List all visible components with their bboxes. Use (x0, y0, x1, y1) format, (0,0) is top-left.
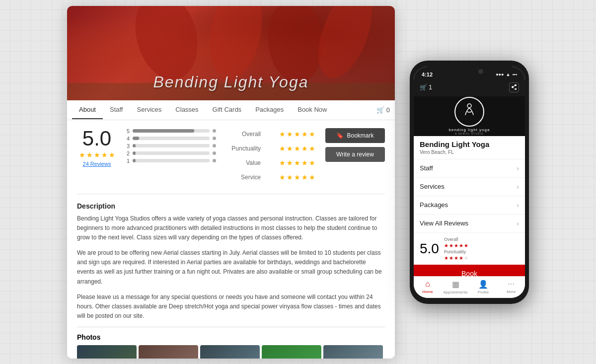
bar-label-5: 5 (127, 128, 130, 134)
phone-menu-services[interactable]: Services › (414, 177, 525, 196)
nav-bar: About Staff Services Classes Gift Cards … (67, 100, 395, 120)
photo-more-button[interactable]: + 8 more (323, 345, 383, 358)
dr-overall-label: Overall (226, 131, 261, 138)
phone-menu-packages[interactable]: Packages › (414, 196, 525, 214)
signal-icon: ●●● (496, 72, 504, 77)
phone-nav-profile-label: Profile (478, 290, 489, 294)
more-icon: ··· (508, 280, 514, 289)
bar-row-2: 2 (127, 150, 216, 156)
bar-fill-3 (133, 144, 136, 147)
rating-number: 5.0 (77, 128, 117, 149)
phone-book-button[interactable]: Book (414, 265, 525, 276)
phone-services-label: Services (420, 183, 445, 190)
dot-2 (213, 151, 216, 155)
phone-nav-more[interactable]: ··· More (499, 280, 523, 296)
tab-services[interactable]: Services (130, 101, 169, 119)
bar-fill-4 (133, 137, 139, 140)
photo-4[interactable] (262, 345, 321, 358)
star-1: ★ (79, 151, 85, 159)
bar-fill-1 (133, 159, 136, 162)
action-buttons: 🔖 Bookmark Write a review (325, 128, 385, 162)
tab-classes[interactable]: Classes (168, 101, 205, 119)
phone-rating-area: 5.0 Overall ★ ★ ★ ★ ★ Punctuality ★ ★ ★ (414, 232, 525, 265)
photos-section: Photos + 8 more (77, 333, 385, 358)
photo-3[interactable] (200, 345, 260, 358)
dr-value-stars: ★★★★★ (279, 159, 315, 167)
phone-nav-appointments[interactable]: ▦ Appointments (443, 280, 468, 296)
phone-screen: 4:12 ●●● ▲ ▪▪▪ 🛒 1 (414, 67, 525, 298)
share-icon[interactable] (509, 82, 519, 92)
tab-about[interactable]: About (72, 101, 103, 119)
phone-punctuality-label: Punctuality (444, 249, 468, 254)
photo-2[interactable] (139, 345, 198, 358)
phone-notch (449, 67, 489, 77)
dr-punctuality-stars: ★★★★★ (279, 145, 315, 152)
phone-logo-circle (454, 97, 484, 127)
phone-time: 4:12 (422, 72, 433, 77)
calendar-icon: ▦ (452, 280, 459, 289)
cart-area[interactable]: 🛒 0 (376, 106, 390, 114)
bar-label-2: 2 (127, 150, 130, 156)
packages-chevron: › (517, 201, 519, 209)
dot-4 (213, 137, 216, 140)
bookmark-button[interactable]: 🔖 Bookmark (325, 128, 385, 143)
phone-header: 🛒 1 (414, 80, 525, 96)
photo-1[interactable] (77, 345, 137, 358)
tab-staff[interactable]: Staff (103, 101, 130, 119)
dr-overall: Overall ★★★★★ (226, 128, 315, 140)
phone-punctuality-stars: ★ ★ ★ ★ ★ (444, 255, 468, 261)
review-count-link[interactable]: 24 Reviews (77, 161, 117, 167)
description-para-3: Please leave us a message for any specia… (77, 292, 385, 321)
bookmark-label: Bookmark (347, 132, 373, 139)
divider (77, 327, 385, 327)
content-area: 5.0 ★ ★ ★ ★ ★ 24 Reviews 5 4 (67, 120, 395, 359)
cart-count: 0 (386, 106, 390, 114)
bar-label-1: 1 (127, 158, 130, 164)
phone-packages-label: Packages (420, 201, 448, 209)
tab-book-now[interactable]: Book Now (291, 101, 334, 119)
bar-bg-3 (133, 144, 210, 147)
tab-gift-cards[interactable]: Gift Cards (206, 101, 249, 119)
phone-camera (478, 69, 483, 74)
phone-nav-home[interactable]: ⌂ Home (415, 280, 440, 296)
dr-value-label: Value (226, 159, 261, 166)
phone-status-icons: ●●● ▲ ▪▪▪ (496, 72, 517, 77)
svg-point-5 (467, 104, 471, 108)
description-para-1: Bending Light Yoga Studios offers a wide… (77, 214, 385, 243)
bar-row-4: 4 (127, 136, 216, 142)
dr-overall-stars: ★★★★★ (279, 130, 315, 138)
phone-menu-reviews[interactable]: View All Reviews › (414, 214, 525, 232)
phone-nav-profile[interactable]: 👤 Profile (471, 280, 496, 296)
mobile-cart-count: 1 (429, 84, 432, 91)
write-review-button[interactable]: Write a review (325, 147, 385, 162)
bar-row-5: 5 (127, 128, 216, 134)
bar-fill-2 (133, 151, 136, 155)
bar-bg-2 (133, 151, 210, 155)
phone-menu-staff[interactable]: Staff › (414, 159, 525, 177)
description-section: Description Bending Light Yoga Studios o… (77, 202, 385, 321)
phone-nav-appointments-label: Appointments (444, 290, 468, 294)
nav-tabs: About Staff Services Classes Gift Cards … (72, 101, 376, 119)
phone-nav-home-label: Home (422, 290, 433, 294)
services-chevron: › (517, 183, 519, 191)
ratings-row: 5.0 ★ ★ ★ ★ ★ 24 Reviews 5 4 (77, 128, 385, 194)
bar-row-3: 3 (127, 143, 216, 149)
bookmark-icon: 🔖 (336, 132, 344, 139)
dr-value: Value ★★★★★ (226, 157, 315, 169)
rating-bars: 5 4 3 2 (127, 128, 216, 165)
phone-overall-stars: ★ ★ ★ ★ ★ (444, 243, 468, 248)
dr-punctuality-label: Punctuality (226, 145, 261, 152)
phone-reviews-label: View All Reviews (420, 219, 468, 227)
cart-icon-mobile[interactable]: 🛒 1 (420, 84, 432, 91)
hero-image: Bending Light Yoga (67, 6, 395, 100)
phone-logo-area: bending light yoga & aerial studio (414, 96, 525, 136)
bar-label-3: 3 (127, 143, 130, 149)
bar-fill-5 (133, 129, 194, 133)
home-icon: ⌂ (425, 280, 430, 289)
star-5: ★ (109, 151, 115, 159)
tab-packages[interactable]: Packages (248, 101, 291, 119)
battery-icon: ▪▪▪ (512, 72, 517, 77)
phone-content: Bending Light Yoga Vero Beach, FL Staff … (414, 136, 525, 276)
cart-icon: 🛒 (376, 106, 384, 114)
wifi-icon: ▲ (506, 72, 511, 77)
